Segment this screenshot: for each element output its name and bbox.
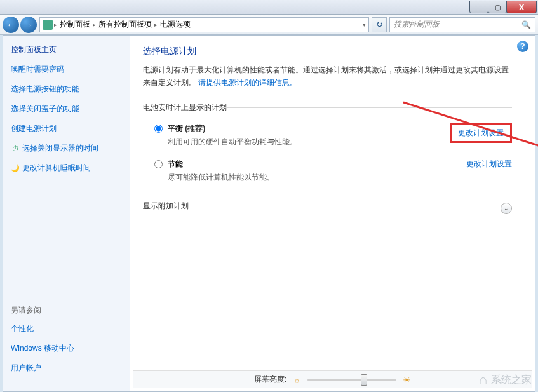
- search-input[interactable]: 搜索控制面板 🔍: [389, 17, 535, 32]
- control-panel-icon: [43, 20, 53, 30]
- help-icon[interactable]: ?: [517, 41, 528, 52]
- sun-dim-icon: ☼: [293, 375, 301, 385]
- crumb-power-options[interactable]: 电源选项: [159, 19, 192, 30]
- plan-power-saver-radio[interactable]: [154, 160, 163, 168]
- clock-icon: ⏱: [11, 144, 20, 153]
- sidebar-link-user-accounts[interactable]: 用户帐户: [11, 363, 122, 374]
- crumb-all-items[interactable]: 所有控制面板项: [97, 19, 153, 30]
- breadcrumb[interactable]: ▸ 控制面板 ▸ 所有控制面板项 ▸ 电源选项 ▾: [39, 17, 369, 32]
- main-panel: ? 选择电源计划 电源计划有助于最大化计算机的性能或者节能。通过选择计划来将其激…: [130, 36, 535, 391]
- sun-bright-icon: ☀: [403, 375, 411, 385]
- sidebar-link-mobility[interactable]: Windows 移动中心: [11, 343, 122, 354]
- back-button[interactable]: ←: [3, 17, 19, 33]
- plan-power-saver-name: 节能: [168, 159, 183, 168]
- crumb-control-panel[interactable]: 控制面板: [58, 19, 91, 30]
- dropdown-icon[interactable]: ▾: [363, 22, 366, 28]
- brightness-slider[interactable]: [307, 379, 396, 381]
- minimize-button[interactable]: –: [469, 1, 488, 13]
- plan-balanced-radio[interactable]: [154, 125, 163, 133]
- plan-power-saver: 节能 尽可能降低计算机性能以节能。 更改计划设置: [143, 154, 512, 189]
- sidebar: 控制面板主页 唤醒时需要密码 选择电源按钮的功能 选择关闭盖子的功能 创建电源计…: [3, 36, 130, 391]
- sidebar-link-personalize[interactable]: 个性化: [11, 323, 122, 334]
- forward-button[interactable]: →: [20, 17, 37, 33]
- maximize-button[interactable]: ▢: [488, 1, 507, 13]
- section-displayed-plans: 电池安时计上显示的计划: [143, 102, 512, 113]
- chevron-right-icon: ▸: [93, 22, 96, 28]
- sidebar-link-sleep-time[interactable]: 🌙更改计算机睡眠时间: [11, 163, 122, 173]
- brightness-label: 屏幕亮度:: [254, 374, 286, 385]
- highlight-annotation: 更改计划设置: [450, 123, 512, 143]
- expand-button[interactable]: ⌄: [501, 203, 512, 214]
- sidebar-link-power-button[interactable]: 选择电源按钮的功能: [11, 84, 122, 95]
- change-plan-settings-saver[interactable]: 更改计划设置: [466, 159, 512, 170]
- sidebar-link-create-plan[interactable]: 创建电源计划: [11, 123, 122, 134]
- chevron-right-icon: ▸: [154, 22, 158, 28]
- moon-icon: 🌙: [11, 164, 20, 173]
- search-icon: 🔍: [521, 20, 531, 29]
- sidebar-link-wake-password[interactable]: 唤醒时需要密码: [11, 64, 122, 75]
- brightness-slider-thumb[interactable]: [361, 374, 367, 386]
- chevron-right-icon: ▸: [54, 22, 57, 28]
- refresh-button[interactable]: ↻: [372, 17, 387, 32]
- sidebar-link-display-off[interactable]: ⏱选择关闭显示器的时间: [11, 143, 122, 154]
- sidebar-link-lid-close[interactable]: 选择关闭盖子的功能: [11, 104, 122, 114]
- page-title: 选择电源计划: [143, 46, 512, 57]
- page-description: 电源计划有助于最大化计算机的性能或者节能。通过选择计划来将其激活，或选择计划并通…: [143, 64, 512, 90]
- see-also-heading: 另请参阅: [11, 305, 122, 316]
- plan-balanced-desc: 利用可用的硬件自动平衡功耗与性能。: [168, 137, 450, 147]
- sidebar-heading: 控制面板主页: [11, 44, 122, 55]
- plan-balanced: 平衡 (推荐) 利用可用的硬件自动平衡功耗与性能。 更改计划设置: [143, 118, 512, 154]
- brightness-bar: 屏幕亮度: ☼ ☀: [133, 370, 532, 388]
- change-plan-settings-balanced[interactable]: 更改计划设置: [458, 128, 504, 137]
- plan-balanced-recommended: (推荐): [183, 124, 205, 133]
- plan-balanced-name: 平衡: [168, 124, 183, 133]
- plan-power-saver-desc: 尽可能降低计算机性能以节能。: [168, 172, 466, 183]
- close-button[interactable]: X: [506, 1, 537, 13]
- search-placeholder: 搜索控制面板: [394, 19, 440, 30]
- details-link[interactable]: 请提供电源计划的详细信息。: [198, 78, 297, 87]
- section-additional-plans: 显示附加计划: [143, 201, 501, 212]
